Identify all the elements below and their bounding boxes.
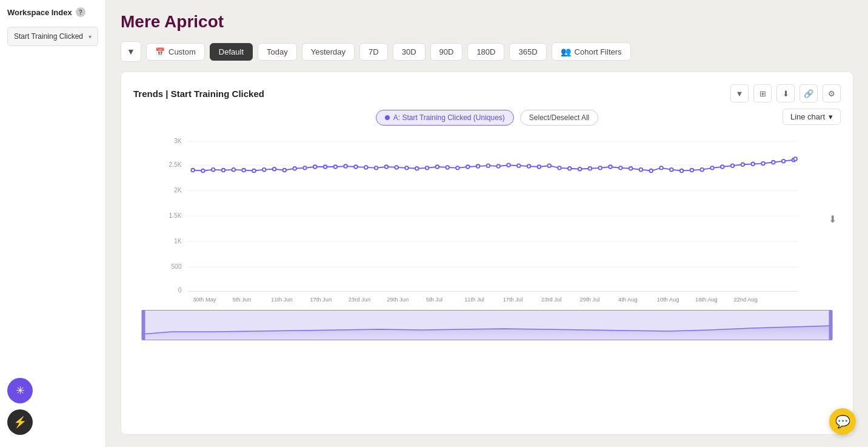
chart-download-button[interactable]: ⬇ [824,210,841,227]
custom-label: Custom [169,47,196,56]
svg-point-73 [639,168,643,172]
legend-label: A: Start Training Clicked (Uniques) [393,113,505,122]
svg-point-89 [793,157,797,161]
chat-icon: 💬 [835,414,850,429]
chart-type-selector[interactable]: Line chart ▾ [783,109,841,125]
svg-point-37 [273,167,276,171]
svg-point-30 [201,169,205,173]
svg-point-82 [731,164,735,167]
svg-text:0: 0 [178,287,182,294]
svg-point-42 [324,165,327,169]
svg-text:30th May: 30th May [193,297,216,303]
cohort-label: Cohort Filters [575,47,622,56]
svg-point-79 [700,168,704,172]
svg-text:1.5K: 1.5K [169,212,181,219]
workspace-index-label: Workspace Index [7,8,72,17]
svg-text:29th Jun: 29th Jun [387,297,409,303]
svg-point-54 [446,166,449,169]
settings-action-button[interactable]: ⚙ [823,84,841,103]
svg-point-49 [395,166,398,169]
default-label: Default [219,47,244,56]
svg-point-53 [436,165,439,169]
svg-point-39 [293,167,296,170]
date-btn-365d[interactable]: 365D [509,43,546,61]
cohort-icon: 👥 [561,47,571,56]
svg-point-85 [761,162,765,166]
legend-dot [385,115,390,120]
date-btn-90d[interactable]: 90D [430,43,463,61]
today-label: Today [267,47,288,56]
svg-point-72 [629,167,633,170]
filter-icon-button[interactable]: ▼ [121,41,141,62]
sidebar-header: Workspace Index ? [7,7,98,17]
link-action-button[interactable]: 🔗 [800,84,818,103]
svg-point-87 [782,160,786,163]
yesterday-label: Yesterday [311,47,346,56]
cohort-filters-button[interactable]: 👥 Cohort Filters [552,42,631,61]
30d-label: 30D [402,47,416,56]
svg-point-60 [507,163,510,167]
90d-label: 90D [439,47,454,56]
grid-icon: ⊞ [760,89,766,98]
svg-point-86 [772,161,775,164]
svg-point-81 [721,165,724,169]
svg-text:10th Aug: 10th Aug [657,297,679,303]
svg-point-45 [354,165,358,169]
date-btn-30d[interactable]: 30D [393,43,426,61]
svg-point-70 [609,165,612,169]
sidebar-nav-item[interactable]: Start Training Clicked ▾ [7,27,98,46]
svg-text:4th Aug: 4th Aug [618,297,638,303]
svg-point-80 [710,166,714,170]
svg-rect-92 [143,310,832,340]
chart-svg-container: ⬇ 3K 2.5K 2K 1.5K 1K 500 0 30th May [133,133,841,305]
date-btn-yesterday[interactable]: Yesterday [302,43,355,61]
date-btn-7d[interactable]: 7D [359,43,388,61]
svg-point-75 [659,166,663,170]
chevron-down-icon: ▾ [829,112,833,121]
svg-point-66 [568,167,572,170]
svg-point-46 [364,166,368,169]
main-content: Mere Apricot ▼ 📅 Custom Default Today Ye… [106,0,868,447]
svg-point-32 [222,169,225,172]
180d-label: 180D [476,47,495,56]
svg-text:500: 500 [171,263,181,270]
line-chart-svg: 3K 2.5K 2K 1.5K 1K 500 0 30th May 5th Ju… [133,133,841,303]
filter-action-button[interactable]: ▼ [730,84,749,103]
svg-point-31 [212,168,215,172]
svg-text:5th Jul: 5th Jul [426,297,442,303]
svg-rect-93 [142,310,145,340]
grid-action-button[interactable]: ⊞ [753,84,772,103]
page-title: Mere Apricot [121,12,853,32]
custom-date-button[interactable]: 📅 Custom [146,43,205,61]
download-action-button[interactable]: ⬇ [776,84,795,103]
svg-point-68 [589,167,592,170]
svg-text:17th Jul: 17th Jul [503,297,523,303]
svg-point-59 [496,164,500,168]
date-btn-today[interactable]: Today [258,43,297,61]
select-deselect-all-button[interactable]: Select/Deselect All [520,110,598,126]
svg-point-41 [313,165,317,169]
mini-navigator-chart[interactable] [133,310,841,340]
svg-rect-94 [829,310,833,340]
sidebar-nav-label: Start Training Clicked [14,32,83,41]
svg-text:23rd Jun: 23rd Jun [349,297,370,303]
legend-area: A: Start Training Clicked (Uniques) Sele… [133,110,841,126]
sidebar: Workspace Index ? Start Training Clicked… [0,0,106,447]
star-icon-button[interactable]: ✳ [7,378,33,403]
date-btn-180d[interactable]: 180D [467,43,504,61]
svg-point-43 [334,165,338,169]
svg-point-40 [303,166,307,170]
date-btn-default[interactable]: Default [210,43,253,61]
svg-point-36 [262,168,266,172]
7d-label: 7D [369,47,379,56]
help-icon[interactable]: ? [76,7,85,17]
svg-point-61 [517,164,521,167]
svg-point-44 [344,164,347,168]
legend-item[interactable]: A: Start Training Clicked (Uniques) [376,110,514,126]
chart-header: Trends | Start Training Clicked ▼ ⊞ ⬇ 🔗 … [133,84,841,103]
svg-point-74 [649,169,653,173]
svg-point-33 [232,168,236,172]
chat-button[interactable]: 💬 [829,408,856,435]
svg-text:11th Jul: 11th Jul [464,297,484,303]
bolt-icon-button[interactable]: ⚡ [7,409,33,435]
